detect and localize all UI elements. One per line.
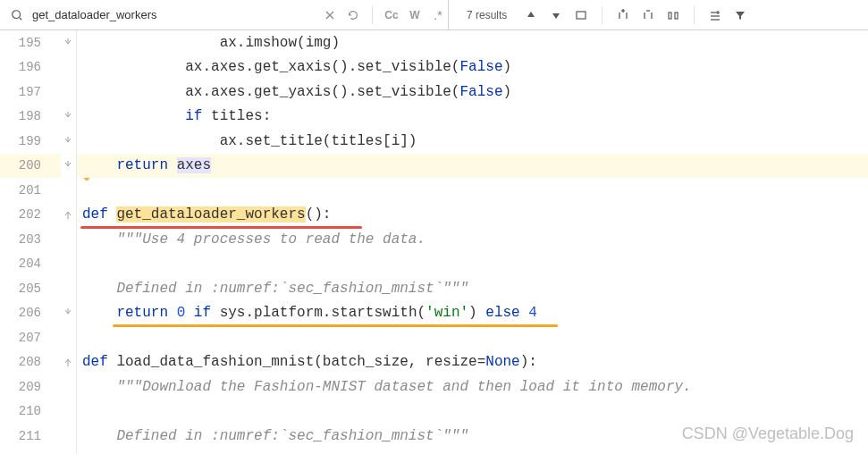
code-line[interactable]: ax.axes.get_xaxis().set_visible(False)	[77, 55, 868, 80]
settings-icon[interactable]	[705, 5, 725, 25]
line-number: 203	[0, 227, 61, 252]
match-case-button[interactable]: Cc	[382, 5, 401, 25]
fold-end-icon[interactable]	[63, 160, 73, 171]
code-line[interactable]: ax.set_title(titles[i])	[77, 129, 868, 154]
search-match: get_dataloader_workers	[116, 206, 305, 223]
history-icon[interactable]	[343, 5, 363, 25]
results-count: 7 results	[467, 9, 507, 21]
fold-column	[61, 30, 77, 454]
svg-line-1	[20, 17, 22, 20]
code-line[interactable]: Defined in :numref:`sec_fashion_mnist`""…	[77, 424, 868, 449]
line-number: 204	[0, 252, 61, 277]
separator	[602, 6, 603, 24]
regex-button[interactable]: .*	[428, 5, 448, 25]
line-number: 210	[0, 399, 61, 425]
code-line[interactable]: Defined in :numref:`sec_fashion_mnist`""…	[77, 276, 868, 301]
separator	[372, 6, 373, 24]
code-line[interactable]	[77, 325, 868, 350]
svg-rect-4	[577, 12, 586, 19]
code-line-current[interactable]: return axes	[77, 154, 868, 179]
code-line[interactable]: def load_data_fashion_mnist(batch_size, …	[77, 350, 868, 375]
svg-rect-12	[669, 13, 671, 19]
next-match-icon[interactable]	[546, 5, 566, 25]
code-line[interactable]: if titles:	[77, 105, 868, 130]
line-number: 206	[0, 301, 61, 326]
search-input[interactable]	[30, 6, 263, 23]
code-line[interactable]: ax.axes.get_yaxis().set_visible(False)	[77, 80, 868, 105]
line-number: 197	[0, 80, 61, 105]
code-line[interactable]	[77, 399, 868, 425]
line-number: 205	[0, 276, 61, 301]
line-number: 200	[0, 154, 61, 179]
code-line[interactable]: """Download the Fashion-MNIST dataset an…	[77, 374, 868, 399]
prev-match-icon[interactable]	[521, 5, 541, 25]
line-number: 196	[0, 55, 61, 80]
fold-end-icon[interactable]	[63, 307, 73, 318]
select-all-icon[interactable]	[571, 5, 591, 25]
svg-point-0	[13, 10, 21, 18]
code-line[interactable]: ax.imshow(img)	[77, 30, 868, 55]
line-number-gutter: 1951961971981992002012022032042052062072…	[0, 30, 61, 454]
svg-rect-13	[675, 13, 678, 19]
code-line[interactable]	[77, 252, 868, 277]
line-number: 207	[0, 325, 61, 350]
add-selection-icon[interactable]	[613, 5, 633, 25]
code-line[interactable]: def get_dataloader_workers():	[77, 203, 868, 228]
search-icon	[7, 5, 27, 25]
filter-icon[interactable]	[730, 5, 750, 25]
line-number: 201	[0, 178, 61, 203]
search-bar: Cc W .* 7 results	[0, 0, 868, 30]
code-content[interactable]: ax.imshow(img) ax.axes.get_xaxis().set_v…	[77, 30, 868, 454]
separator	[694, 6, 695, 24]
select-all-occurrences-icon[interactable]	[663, 5, 683, 25]
fold-end-icon[interactable]	[63, 136, 73, 147]
fold-end-icon[interactable]	[63, 111, 73, 122]
line-number: 208	[0, 350, 61, 375]
clear-search-icon[interactable]	[320, 5, 340, 25]
fold-start-icon[interactable]	[63, 209, 73, 220]
line-number: 199	[0, 129, 61, 154]
fold-end-icon[interactable]	[63, 38, 73, 48]
search-left: Cc W .*	[0, 5, 448, 25]
line-number: 195	[0, 30, 61, 55]
search-results-panel: 7 results	[448, 0, 868, 29]
code-line[interactable]: return 0 if sys.platform.startswith('win…	[77, 301, 868, 326]
code-area: 1951961971981992002012022032042052062072…	[0, 30, 868, 454]
line-number: 211	[0, 424, 61, 449]
code-line[interactable]	[77, 178, 868, 203]
line-number: 198	[0, 105, 61, 130]
remove-selection-icon[interactable]	[638, 5, 658, 25]
line-number: 202	[0, 203, 61, 228]
fold-start-icon[interactable]	[63, 357, 73, 367]
code-line[interactable]: """Use 4 processes to read the data.	[77, 227, 868, 252]
words-button[interactable]: W	[405, 5, 425, 25]
line-number: 209	[0, 374, 61, 399]
